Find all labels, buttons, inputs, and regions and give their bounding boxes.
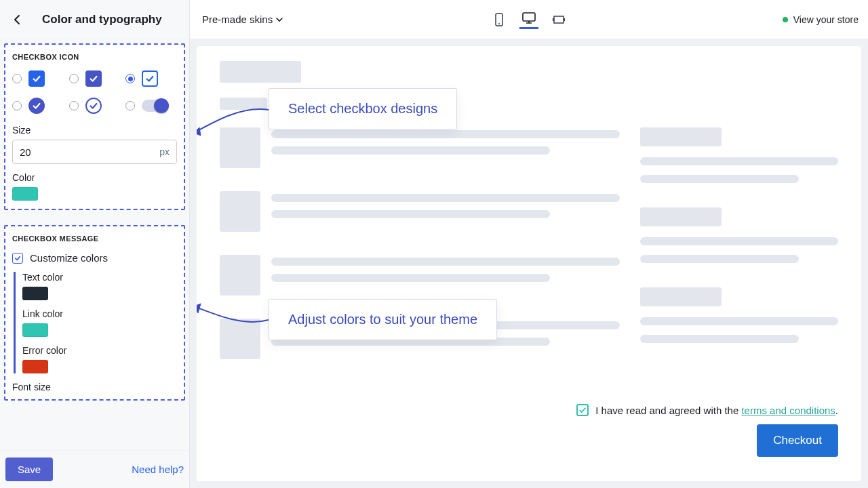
checkbox-style-toggle[interactable] xyxy=(125,100,177,112)
customize-colors-checkbox[interactable]: Customize colors xyxy=(12,252,177,264)
terms-text: I have read and agreed with the terms an… xyxy=(595,405,838,416)
terms-prefix: I have read and agreed with the xyxy=(595,405,741,416)
checkbox-preview-icon xyxy=(28,98,45,114)
skeleton-line xyxy=(640,175,799,183)
svg-rect-3 xyxy=(554,16,564,23)
device-mobile-button[interactable] xyxy=(490,10,509,29)
radio-icon xyxy=(125,101,135,110)
skeleton-line xyxy=(640,237,838,245)
checkmark-icon xyxy=(12,253,23,264)
text-color-swatch[interactable] xyxy=(22,287,48,300)
terms-checkbox[interactable] xyxy=(576,404,589,416)
sidebar-title: Color and typography xyxy=(42,13,162,26)
size-unit: px xyxy=(159,146,170,157)
checkbox-message-panel: CHECKBOX MESSAGE Customize colors Text c… xyxy=(4,225,185,401)
preview-canvas: Select checkbox designs Adjust colors to… xyxy=(190,39,868,488)
skins-label: Pre-made skins xyxy=(202,14,273,25)
skeleton-line xyxy=(271,146,550,155)
terms-link[interactable]: terms and conditions xyxy=(741,405,835,416)
skeleton-thumb xyxy=(220,255,260,296)
main: Pre-made skins View your store xyxy=(190,0,868,488)
skeleton-line xyxy=(640,255,799,263)
mobile-icon xyxy=(494,13,505,26)
size-label: Size xyxy=(12,125,177,136)
skeleton-line xyxy=(640,335,799,343)
error-color-swatch[interactable] xyxy=(22,360,48,373)
terms-suffix: . xyxy=(835,405,838,416)
link-color-swatch[interactable] xyxy=(22,323,48,337)
text-color-label: Text color xyxy=(22,272,177,283)
skeleton-content xyxy=(220,127,838,382)
radio-icon xyxy=(69,74,79,83)
skins-dropdown[interactable]: Pre-made skins xyxy=(202,14,283,25)
checkbox-style-square-outline[interactable] xyxy=(125,70,177,87)
svg-point-1 xyxy=(498,23,500,24)
checkbox-preview-icon xyxy=(28,70,45,87)
chevron-down-icon xyxy=(275,16,283,24)
device-desktop-button[interactable] xyxy=(519,10,538,29)
panel-title: CHECKBOX ICON xyxy=(12,53,177,61)
color-settings-group: Text color Link color Error color xyxy=(14,272,177,373)
skeleton-block xyxy=(220,61,301,83)
toggle-preview-icon xyxy=(142,100,167,112)
sidebar: Color and typography CHECKBOX ICON xyxy=(0,0,190,488)
size-input-wrap[interactable]: px xyxy=(12,140,177,164)
callout-adjust-colors: Adjust colors to suit your theme xyxy=(269,299,497,340)
desktop-icon xyxy=(521,12,536,24)
skeleton-block xyxy=(640,207,722,226)
status-dot-icon xyxy=(783,17,788,22)
size-input[interactable] xyxy=(20,146,159,158)
help-link[interactable]: Need help? xyxy=(132,464,184,475)
color-swatch[interactable] xyxy=(12,187,38,201)
arrow-icon xyxy=(197,100,277,141)
radio-icon xyxy=(69,101,79,110)
panel-title: CHECKBOX MESSAGE xyxy=(12,235,177,243)
skeleton-line xyxy=(271,274,550,282)
save-button[interactable]: Save xyxy=(5,458,53,481)
topbar: Pre-made skins View your store xyxy=(190,0,868,39)
checkbox-style-square-filled[interactable] xyxy=(12,70,64,87)
back-button[interactable] xyxy=(8,10,27,29)
font-size-label: Font size xyxy=(12,382,177,392)
skeleton-line xyxy=(271,194,620,202)
skeleton-block xyxy=(640,287,722,306)
skeleton-line xyxy=(271,258,620,266)
checkout-button[interactable]: Checkout xyxy=(757,424,838,457)
radio-icon xyxy=(12,74,22,83)
color-label: Color xyxy=(12,172,177,183)
checkbox-icon-options xyxy=(12,70,177,114)
skeleton-line xyxy=(271,210,550,218)
checkbox-icon-panel: CHECKBOX ICON xyxy=(4,43,185,210)
preview-inner: Select checkbox designs Adjust colors to… xyxy=(197,46,861,481)
checkbox-preview-icon xyxy=(85,98,102,114)
expand-icon xyxy=(552,14,566,25)
skeleton-thumb xyxy=(220,191,260,232)
skeleton-line xyxy=(271,130,620,138)
skeleton-line xyxy=(640,157,838,165)
checkbox-preview-icon xyxy=(142,70,158,87)
checkbox-style-circle-filled[interactable] xyxy=(12,98,64,114)
terms-row: I have read and agreed with the terms an… xyxy=(576,404,838,416)
checkbox-style-square-rounded[interactable] xyxy=(69,70,121,87)
radio-icon xyxy=(12,101,22,110)
sidebar-header: Color and typography xyxy=(0,0,189,39)
sidebar-footer: Save Need help? xyxy=(0,450,189,488)
checkbox-preview-icon xyxy=(85,70,102,87)
skeleton-line xyxy=(640,317,838,325)
callout-checkbox-designs: Select checkbox designs xyxy=(269,88,457,129)
arrow-icon xyxy=(197,300,277,333)
device-preview-group xyxy=(490,10,568,29)
view-store-link[interactable]: View your store xyxy=(783,14,859,25)
link-color-label: Link color xyxy=(22,308,177,319)
customize-colors-label: Customize colors xyxy=(30,252,108,264)
chevron-left-icon xyxy=(12,14,23,25)
error-color-label: Error color xyxy=(22,345,177,356)
device-fullwidth-button[interactable] xyxy=(549,10,568,29)
view-store-label: View your store xyxy=(793,14,859,25)
checkbox-style-circle-outline[interactable] xyxy=(69,98,121,114)
svg-rect-2 xyxy=(523,13,535,21)
radio-icon xyxy=(125,74,135,83)
skeleton-block xyxy=(640,127,722,146)
sidebar-body: CHECKBOX ICON xyxy=(0,39,189,450)
